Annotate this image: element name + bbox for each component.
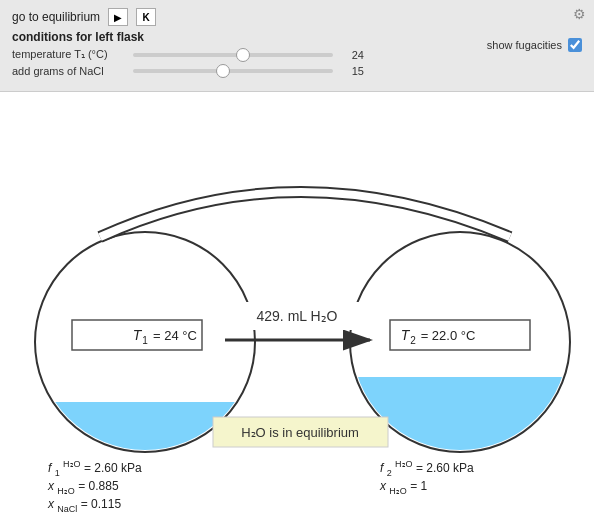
svg-text:= 24 °C: = 24 °C: [153, 328, 197, 343]
nacl-row: add grams of NaCl 15: [12, 65, 582, 77]
diagram-svg: 429. mL H₂O H₂O is in equilibrium T 1 = …: [0, 92, 594, 516]
fugacities-checkbox[interactable]: [568, 38, 582, 52]
settings-icon[interactable]: ⚙: [573, 6, 586, 22]
go-to-equilibrium-row: go to equilibrium ▶ K: [12, 8, 582, 26]
nacl-value: 15: [339, 65, 364, 77]
svg-text:x
      NaCl
       = 0.115: x NaCl = 0.115: [47, 497, 121, 514]
svg-text:f
      1
      H₂O
       = 2: f 1 H₂O = 2.60 kPa: [48, 459, 142, 478]
temperature-slider-track[interactable]: [133, 53, 333, 57]
play-button[interactable]: ▶: [108, 8, 128, 26]
temperature-value: 24: [339, 49, 364, 61]
nacl-slider-thumb[interactable]: [216, 64, 230, 78]
svg-text:f
      2
      H₂O
       = 2: f 2 H₂O = 2.60 kPa: [380, 459, 474, 478]
svg-text:1: 1: [142, 335, 148, 346]
control-panel: ⚙ go to equilibrium ▶ K conditions for l…: [0, 0, 594, 92]
fugacities-label: show fugacities: [487, 39, 562, 51]
go-to-equilibrium-label: go to equilibrium: [12, 10, 100, 24]
svg-text:T: T: [133, 327, 143, 343]
svg-text:T: T: [401, 327, 411, 343]
fugacities-row: show fugacities: [487, 38, 582, 52]
svg-text:x
      H₂O
       = 0.885: x H₂O = 0.885: [47, 479, 119, 496]
reset-button[interactable]: K: [136, 8, 156, 26]
nacl-slider-track[interactable]: [133, 69, 333, 73]
nacl-label: add grams of NaCl: [12, 65, 127, 77]
temperature-slider-thumb[interactable]: [236, 48, 250, 62]
diagram-area: 429. mL H₂O H₂O is in equilibrium T 1 = …: [0, 92, 594, 516]
svg-text:x
      H₂O
       = 1: x H₂O = 1: [379, 479, 428, 496]
svg-text:= 22.0 °C: = 22.0 °C: [421, 328, 476, 343]
svg-text:429. mL H₂O: 429. mL H₂O: [257, 308, 338, 324]
svg-text:2: 2: [410, 335, 416, 346]
temperature-label: temperature T₁ (°C): [12, 48, 127, 61]
svg-text:H₂O is in equilibrium: H₂O is in equilibrium: [241, 425, 359, 440]
